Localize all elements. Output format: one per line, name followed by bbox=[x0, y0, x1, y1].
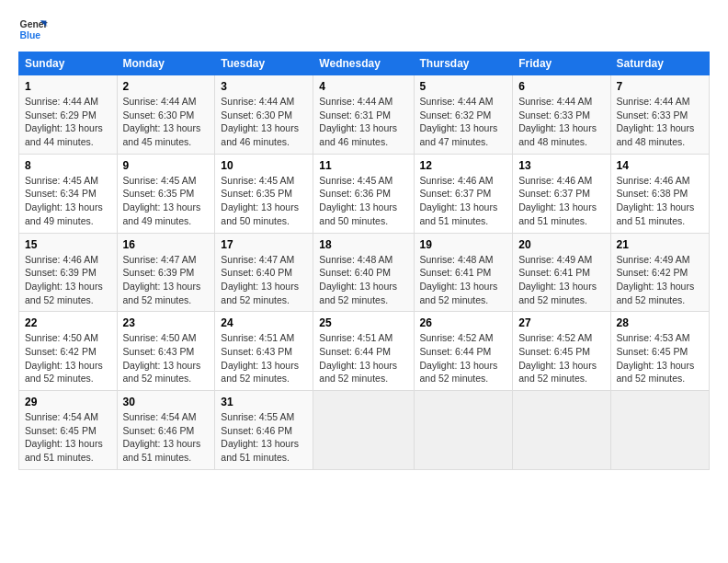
header: General Blue bbox=[18, 15, 710, 44]
calendar-cell: 14Sunrise: 4:46 AMSunset: 6:38 PMDayligh… bbox=[610, 154, 709, 233]
calendar-week-row: 1Sunrise: 4:44 AMSunset: 6:29 PMDaylight… bbox=[19, 75, 710, 155]
day-number: 26 bbox=[420, 316, 507, 329]
weekday-header: Wednesday bbox=[313, 52, 414, 75]
calendar-cell: 25Sunrise: 4:51 AMSunset: 6:44 PMDayligh… bbox=[313, 312, 414, 391]
calendar-cell: 29Sunrise: 4:54 AMSunset: 6:45 PMDayligh… bbox=[19, 391, 118, 470]
calendar-cell: 3Sunrise: 4:44 AMSunset: 6:30 PMDaylight… bbox=[215, 75, 313, 155]
day-info: Sunrise: 4:44 AMSunset: 6:30 PMDaylight:… bbox=[221, 95, 307, 149]
calendar-cell: 16Sunrise: 4:47 AMSunset: 6:39 PMDayligh… bbox=[117, 233, 215, 312]
calendar-cell: 24Sunrise: 4:51 AMSunset: 6:43 PMDayligh… bbox=[215, 312, 313, 391]
day-number: 24 bbox=[221, 316, 307, 329]
calendar-cell: 9Sunrise: 4:45 AMSunset: 6:35 PMDaylight… bbox=[117, 154, 215, 233]
calendar-cell: 7Sunrise: 4:44 AMSunset: 6:33 PMDaylight… bbox=[610, 75, 709, 155]
calendar-week-row: 22Sunrise: 4:50 AMSunset: 6:42 PMDayligh… bbox=[19, 312, 710, 391]
day-info: Sunrise: 4:55 AMSunset: 6:46 PMDaylight:… bbox=[221, 410, 307, 465]
calendar-cell: 30Sunrise: 4:54 AMSunset: 6:46 PMDayligh… bbox=[117, 391, 215, 470]
calendar-cell: 1Sunrise: 4:44 AMSunset: 6:29 PMDaylight… bbox=[19, 75, 118, 155]
day-info: Sunrise: 4:45 AMSunset: 6:35 PMDaylight:… bbox=[221, 174, 307, 228]
day-info: Sunrise: 4:44 AMSunset: 6:33 PMDaylight:… bbox=[617, 95, 703, 149]
day-number: 21 bbox=[617, 238, 703, 251]
day-info: Sunrise: 4:52 AMSunset: 6:45 PMDaylight:… bbox=[518, 331, 604, 385]
calendar-cell: 22Sunrise: 4:50 AMSunset: 6:42 PMDayligh… bbox=[19, 312, 118, 391]
day-number: 20 bbox=[518, 238, 604, 251]
day-info: Sunrise: 4:46 AMSunset: 6:37 PMDaylight:… bbox=[420, 174, 507, 228]
day-number: 10 bbox=[221, 159, 307, 172]
calendar-cell bbox=[313, 391, 414, 470]
calendar-cell: 27Sunrise: 4:52 AMSunset: 6:45 PMDayligh… bbox=[513, 312, 610, 391]
page: General Blue SundayMondayTuesdayWednesda… bbox=[0, 0, 728, 479]
day-number: 8 bbox=[25, 159, 111, 172]
day-info: Sunrise: 4:44 AMSunset: 6:33 PMDaylight:… bbox=[518, 95, 604, 149]
day-number: 22 bbox=[25, 316, 111, 329]
day-info: Sunrise: 4:48 AMSunset: 6:41 PMDaylight:… bbox=[420, 253, 507, 307]
day-number: 4 bbox=[319, 80, 407, 93]
calendar-cell: 21Sunrise: 4:49 AMSunset: 6:42 PMDayligh… bbox=[610, 233, 709, 312]
day-info: Sunrise: 4:51 AMSunset: 6:44 PMDaylight:… bbox=[319, 331, 407, 385]
logo-icon: General Blue bbox=[18, 15, 48, 44]
calendar-week-row: 29Sunrise: 4:54 AMSunset: 6:45 PMDayligh… bbox=[19, 391, 710, 470]
day-number: 5 bbox=[420, 80, 507, 93]
day-number: 28 bbox=[617, 316, 703, 329]
calendar-cell bbox=[513, 391, 610, 470]
weekday-header: Monday bbox=[117, 52, 215, 75]
day-number: 13 bbox=[518, 159, 604, 172]
weekday-header: Saturday bbox=[610, 52, 709, 75]
day-info: Sunrise: 4:45 AMSunset: 6:36 PMDaylight:… bbox=[319, 174, 407, 228]
day-number: 6 bbox=[518, 80, 604, 93]
day-number: 25 bbox=[319, 316, 407, 329]
day-number: 30 bbox=[123, 396, 210, 408]
day-number: 15 bbox=[25, 238, 111, 251]
day-info: Sunrise: 4:46 AMSunset: 6:38 PMDaylight:… bbox=[617, 174, 703, 228]
day-info: Sunrise: 4:52 AMSunset: 6:44 PMDaylight:… bbox=[420, 331, 507, 385]
calendar-table: SundayMondayTuesdayWednesdayThursdayFrid… bbox=[18, 52, 710, 470]
day-info: Sunrise: 4:44 AMSunset: 6:31 PMDaylight:… bbox=[319, 95, 407, 149]
calendar-cell: 11Sunrise: 4:45 AMSunset: 6:36 PMDayligh… bbox=[313, 154, 414, 233]
day-number: 31 bbox=[221, 396, 307, 408]
calendar-cell: 23Sunrise: 4:50 AMSunset: 6:43 PMDayligh… bbox=[117, 312, 215, 391]
day-number: 14 bbox=[617, 159, 703, 172]
calendar-cell: 4Sunrise: 4:44 AMSunset: 6:31 PMDaylight… bbox=[313, 75, 414, 155]
calendar-cell: 20Sunrise: 4:49 AMSunset: 6:41 PMDayligh… bbox=[513, 233, 610, 312]
day-info: Sunrise: 4:45 AMSunset: 6:35 PMDaylight:… bbox=[123, 174, 210, 228]
weekday-header: Sunday bbox=[19, 52, 118, 75]
day-info: Sunrise: 4:48 AMSunset: 6:40 PMDaylight:… bbox=[319, 253, 407, 307]
day-number: 23 bbox=[123, 316, 210, 329]
calendar-cell: 6Sunrise: 4:44 AMSunset: 6:33 PMDaylight… bbox=[513, 75, 610, 155]
day-info: Sunrise: 4:54 AMSunset: 6:46 PMDaylight:… bbox=[123, 410, 210, 465]
day-number: 1 bbox=[25, 80, 111, 93]
calendar-week-row: 15Sunrise: 4:46 AMSunset: 6:39 PMDayligh… bbox=[19, 233, 710, 312]
weekday-header: Tuesday bbox=[215, 52, 313, 75]
day-info: Sunrise: 4:45 AMSunset: 6:34 PMDaylight:… bbox=[25, 174, 111, 228]
day-info: Sunrise: 4:51 AMSunset: 6:43 PMDaylight:… bbox=[221, 331, 307, 385]
day-info: Sunrise: 4:50 AMSunset: 6:43 PMDaylight:… bbox=[123, 331, 210, 385]
calendar-cell: 28Sunrise: 4:53 AMSunset: 6:45 PMDayligh… bbox=[610, 312, 709, 391]
day-number: 18 bbox=[319, 238, 407, 251]
day-info: Sunrise: 4:49 AMSunset: 6:41 PMDaylight:… bbox=[518, 253, 604, 307]
day-info: Sunrise: 4:47 AMSunset: 6:40 PMDaylight:… bbox=[221, 253, 307, 307]
weekday-header: Thursday bbox=[414, 52, 513, 75]
day-info: Sunrise: 4:44 AMSunset: 6:29 PMDaylight:… bbox=[25, 95, 111, 149]
day-number: 12 bbox=[420, 159, 507, 172]
day-number: 2 bbox=[123, 80, 210, 93]
day-info: Sunrise: 4:47 AMSunset: 6:39 PMDaylight:… bbox=[123, 253, 210, 307]
calendar-cell bbox=[414, 391, 513, 470]
calendar-cell: 10Sunrise: 4:45 AMSunset: 6:35 PMDayligh… bbox=[215, 154, 313, 233]
day-info: Sunrise: 4:50 AMSunset: 6:42 PMDaylight:… bbox=[25, 331, 111, 385]
day-info: Sunrise: 4:46 AMSunset: 6:37 PMDaylight:… bbox=[518, 174, 604, 228]
day-number: 3 bbox=[221, 80, 307, 93]
calendar-cell: 5Sunrise: 4:44 AMSunset: 6:32 PMDaylight… bbox=[414, 75, 513, 155]
calendar-cell: 15Sunrise: 4:46 AMSunset: 6:39 PMDayligh… bbox=[19, 233, 118, 312]
day-number: 27 bbox=[518, 316, 604, 329]
calendar-week-row: 8Sunrise: 4:45 AMSunset: 6:34 PMDaylight… bbox=[19, 154, 710, 233]
calendar-cell: 31Sunrise: 4:55 AMSunset: 6:46 PMDayligh… bbox=[215, 391, 313, 470]
calendar-cell: 12Sunrise: 4:46 AMSunset: 6:37 PMDayligh… bbox=[414, 154, 513, 233]
calendar-cell: 17Sunrise: 4:47 AMSunset: 6:40 PMDayligh… bbox=[215, 233, 313, 312]
day-number: 16 bbox=[123, 238, 210, 251]
calendar-cell: 8Sunrise: 4:45 AMSunset: 6:34 PMDaylight… bbox=[19, 154, 118, 233]
svg-text:Blue: Blue bbox=[20, 30, 41, 40]
day-number: 17 bbox=[221, 238, 307, 251]
calendar-cell bbox=[610, 391, 709, 470]
day-number: 9 bbox=[123, 159, 210, 172]
calendar-cell: 26Sunrise: 4:52 AMSunset: 6:44 PMDayligh… bbox=[414, 312, 513, 391]
day-info: Sunrise: 4:54 AMSunset: 6:45 PMDaylight:… bbox=[25, 410, 111, 465]
